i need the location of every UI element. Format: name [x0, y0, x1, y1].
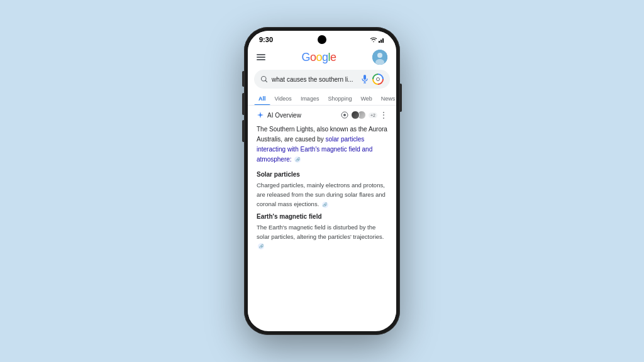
- status-time: 9:30: [259, 36, 273, 43]
- section-body-solar: Charged particles, mainly electrons and …: [257, 180, 387, 209]
- google-lens-icon[interactable]: [372, 74, 384, 85]
- search-query: what causes the southern li...: [272, 76, 357, 83]
- phone-screen: 9:30: [248, 31, 396, 331]
- status-bar: 9:30: [248, 31, 396, 46]
- volume-up-button: [242, 93, 244, 115]
- svg-point-11: [377, 78, 380, 81]
- tab-news[interactable]: News: [377, 92, 396, 105]
- ai-action-icons: +2 ⋮: [341, 111, 387, 119]
- phone-frame: 9:30: [244, 27, 400, 335]
- volume-down-button: [242, 120, 244, 142]
- svg-line-7: [265, 80, 267, 82]
- mic-icon[interactable]: [361, 75, 369, 84]
- tab-web[interactable]: Web: [356, 92, 376, 105]
- settings-icon[interactable]: [341, 111, 348, 119]
- ai-overview-label: AI Overview: [267, 112, 301, 119]
- section-body-magnetic: The Earth's magnetic field is disturbed …: [257, 222, 387, 251]
- avatar-stack: [351, 111, 366, 119]
- search-bar[interactable]: what causes the southern li...: [254, 70, 390, 89]
- citation-icon[interactable]: 🔗: [294, 156, 301, 163]
- search-results: AI Overview +2 ⋮: [248, 106, 396, 324]
- ai-overview-header: AI Overview +2 ⋮: [257, 111, 387, 119]
- svg-point-4: [377, 53, 382, 58]
- google-header: Google: [248, 46, 396, 67]
- ai-text-before-link: The Southern Lights, also known as the A…: [257, 126, 387, 143]
- svg-rect-1: [380, 40, 382, 43]
- svg-rect-8: [364, 75, 366, 80]
- ai-plus-badge: +2: [369, 112, 377, 118]
- camera-notch: [318, 35, 326, 44]
- tab-all[interactable]: All: [254, 92, 270, 105]
- more-options-button[interactable]: ⋮: [380, 111, 387, 119]
- svg-point-13: [343, 114, 346, 116]
- signal-icon: [379, 37, 385, 43]
- google-logo: Google: [301, 51, 336, 64]
- section-title-magnetic: Earth's magnetic field: [257, 213, 387, 220]
- citation-icon-magnetic[interactable]: 🔗: [258, 243, 264, 250]
- section-title-solar: Solar particles: [257, 171, 387, 178]
- search-icon: [260, 75, 268, 83]
- ai-sparkle-icon: [257, 111, 264, 119]
- tab-videos[interactable]: Videos: [270, 92, 296, 105]
- citation-icon-solar[interactable]: 🔗: [322, 202, 328, 208]
- tab-images[interactable]: Images: [296, 92, 324, 105]
- svg-rect-0: [379, 41, 380, 43]
- section-solar-particles: Solar particles Charged particles, mainl…: [257, 171, 387, 209]
- status-icons: [370, 37, 385, 43]
- wifi-icon: [370, 37, 377, 42]
- ai-label-wrap: AI Overview: [257, 111, 301, 119]
- ai-main-text: The Southern Lights, also known as the A…: [257, 124, 387, 165]
- mute-button: [242, 71, 244, 87]
- svg-rect-2: [382, 38, 384, 43]
- avatar[interactable]: [372, 50, 387, 65]
- section-magnetic-field: Earth's magnetic field The Earth's magne…: [257, 213, 387, 251]
- menu-button[interactable]: [257, 54, 265, 60]
- power-button: [400, 84, 402, 112]
- search-tabs: All Videos Images Shopping Web News: [248, 92, 396, 106]
- tab-shopping[interactable]: Shopping: [323, 92, 356, 105]
